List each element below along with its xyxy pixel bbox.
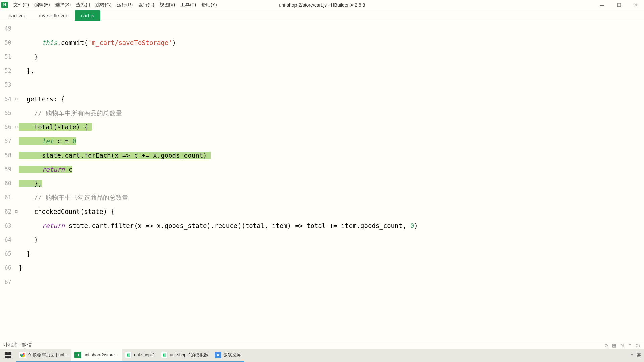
code-content[interactable]: this.commit('m_cart/saveToStorage') } },… — [19, 21, 644, 289]
taskbar-label: 9. 购物车页面 | uni... — [28, 352, 68, 358]
wechat-devtools-icon: ◧ — [125, 352, 132, 358]
code-token: ) — [172, 39, 176, 46]
tab-cart-js[interactable]: cart.js — [75, 10, 100, 21]
tab-my-settle-vue[interactable]: my-settle.vue — [33, 10, 74, 21]
system-tray: ⌃ 寒 — [630, 352, 641, 358]
menubar: H 文件(F) 编辑(E) 选择(S) 查找(I) 跳转(G) 运行(R) 发行… — [0, 0, 644, 10]
line-number: 66 — [0, 261, 11, 275]
apowermirror-icon: A — [215, 352, 221, 358]
line-gutter: 49 50 51 52 53 54 55 56 57 58 59 60 61 6… — [0, 21, 14, 289]
menu-edit[interactable]: 编辑(E) — [32, 1, 53, 9]
code-token: this — [42, 39, 57, 46]
code-token: } — [34, 236, 38, 243]
console-collapse-icon[interactable]: ⌃ — [628, 343, 632, 348]
editor-area[interactable]: 49 50 51 52 53 54 55 56 57 58 59 60 61 6… — [0, 21, 644, 323]
tab-cart-vue[interactable]: cart.vue — [3, 10, 33, 21]
line-number: 64 — [0, 233, 11, 247]
chrome-icon — [19, 352, 26, 358]
line-number: 52 — [0, 64, 11, 78]
taskbar-item-simulator[interactable]: ◧ uni-shop-2的模拟器 — [158, 349, 211, 362]
menu-help[interactable]: 帮助(Y) — [199, 1, 220, 9]
line-number: 50 — [0, 36, 11, 50]
line-number: 62 — [0, 204, 11, 219]
menu-tools[interactable]: 工具(T) — [178, 1, 199, 9]
line-number: 57 — [0, 134, 11, 148]
code-selection: }, — [19, 180, 42, 187]
simulator-icon: ◧ — [161, 352, 168, 358]
menu-file[interactable]: 文件(F) — [11, 1, 32, 9]
fold-gutter: ⊟ ⊟ ⊟ — [14, 21, 19, 289]
code-selection: return c — [19, 166, 72, 173]
window-title: uni-shop-2/store/cart.js - HBuilder X 2.… — [279, 2, 365, 8]
menu-find[interactable]: 查找(I) — [73, 1, 93, 9]
window-controls: — ☐ ✕ — [594, 0, 644, 10]
code-token: }, — [26, 67, 34, 74]
taskbar-label: uni-shop-2的模拟器 — [170, 352, 208, 358]
menu-select[interactable]: 选择(S) — [53, 1, 74, 9]
line-number: 65 — [0, 247, 11, 261]
start-button[interactable] — [0, 349, 16, 362]
line-number: 58 — [0, 148, 11, 162]
taskbar-label: uni-shop-2 — [134, 352, 154, 357]
windows-logo-icon — [5, 352, 11, 358]
code-selection: state.cart.forEach(x => c += x.goods_cou… — [19, 152, 211, 159]
menu-view[interactable]: 视图(V) — [157, 1, 178, 9]
code-token: 'm_cart/saveToStorage' — [88, 39, 172, 46]
console-stop-icon[interactable]: ▦ — [612, 343, 616, 348]
line-number: 56 — [0, 120, 11, 134]
line-number: 61 — [0, 190, 11, 204]
code-token: getters: { — [26, 95, 65, 103]
code-token: checkedCount(state) { — [34, 208, 115, 215]
code-token: state.cart.filter(x => x.goods_state).re… — [65, 222, 410, 229]
close-button[interactable]: ✕ — [627, 0, 644, 10]
console-reload-icon[interactable]: ⊙ — [604, 343, 608, 348]
taskbar-item-apowermirror[interactable]: A 傲软投屏 — [211, 349, 244, 362]
code-selection: let c = 0 — [19, 137, 76, 145]
fold-icon[interactable]: ⊟ — [14, 120, 19, 134]
console-clear-icon[interactable]: X↓ — [636, 343, 641, 348]
app-icon: H — [1, 2, 8, 8]
code-comment: // 购物车中所有商品的总数量 — [34, 109, 122, 117]
taskbar: 9. 购物车页面 | uni... H uni-shop-2/store... … — [0, 349, 644, 362]
taskbar-item-chrome[interactable]: 9. 购物车页面 | uni... — [16, 349, 71, 362]
hbuilder-icon: H — [74, 352, 81, 358]
code-selection: total(state) { — [19, 123, 92, 131]
code-token: 0 — [410, 222, 414, 229]
code-token: .commit( — [57, 39, 88, 46]
line-number: 59 — [0, 162, 11, 176]
line-number: 60 — [0, 176, 11, 190]
code-token: } — [19, 264, 22, 272]
line-number: 55 — [0, 106, 11, 120]
tray-expand-icon[interactable]: ⌃ — [630, 353, 634, 358]
taskbar-item-wxdev[interactable]: ◧ uni-shop-2 — [122, 349, 158, 362]
menu-run[interactable]: 运行(R) — [114, 1, 136, 9]
code-token: } — [34, 53, 38, 60]
code-token: } — [26, 250, 30, 257]
minimize-button[interactable]: — — [594, 0, 610, 10]
tray-ime-icon[interactable]: 寒 — [637, 352, 641, 358]
taskbar-label: uni-shop-2/store... — [83, 352, 118, 357]
editor-tabs: cart.vue my-settle.vue cart.js — [0, 10, 644, 21]
taskbar-item-hbuilder[interactable]: H uni-shop-2/store... — [71, 349, 122, 362]
console-popout-icon[interactable]: ⇲ — [620, 343, 624, 348]
console-tab[interactable]: 小程序 - 微信 — [4, 342, 32, 349]
taskbar-label: 傲软投屏 — [223, 352, 241, 358]
menu-publish[interactable]: 发行(U) — [136, 1, 157, 9]
line-number: 53 — [0, 78, 11, 92]
code-token: return — [42, 222, 65, 229]
line-number: 67 — [0, 275, 11, 289]
code-comment: // 购物车中已勾选商品的总数量 — [34, 194, 128, 201]
line-number: 49 — [0, 21, 11, 36]
menu-goto[interactable]: 跳转(G) — [93, 1, 114, 9]
line-number: 63 — [0, 219, 11, 233]
code-token: ) — [414, 222, 418, 229]
maximize-button[interactable]: ☐ — [610, 0, 627, 10]
line-number: 51 — [0, 50, 11, 64]
fold-icon[interactable]: ⊟ — [14, 92, 19, 106]
line-number: 54 — [0, 92, 11, 106]
fold-icon[interactable]: ⊟ — [14, 204, 19, 219]
